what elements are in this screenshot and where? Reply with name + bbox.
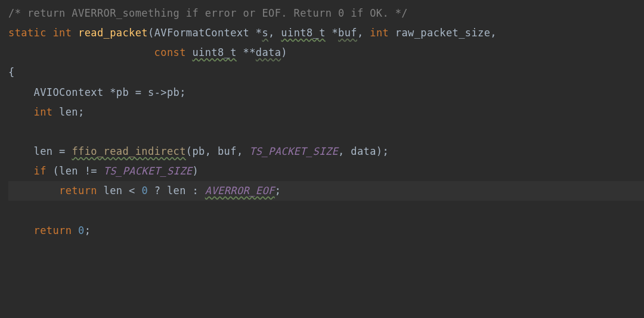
- code-line-blank[interactable]: [8, 201, 644, 220]
- pointer: *: [326, 27, 338, 39]
- keyword-int: int: [34, 106, 60, 118]
- code-line[interactable]: AVIOContext *pb = s->pb;: [8, 83, 644, 102]
- keyword-return: return: [34, 225, 78, 236]
- indent: [8, 225, 34, 236]
- blank: [8, 204, 15, 216]
- constant-warned: AVERROR_EOF: [205, 185, 275, 197]
- indent: [8, 46, 154, 58]
- variable: pb: [116, 86, 135, 98]
- keyword-const: const: [154, 46, 193, 58]
- operator: ?: [148, 185, 167, 197]
- variable: len: [59, 106, 78, 118]
- semicolon: ;: [78, 106, 85, 118]
- code-line-blank[interactable]: [8, 122, 644, 142]
- function-call-warned: ffio_read_indirect: [72, 145, 185, 157]
- code-line[interactable]: if (len != TS_PACKET_SIZE): [8, 161, 644, 181]
- semicolon: ;: [275, 185, 281, 197]
- keyword-static: static: [8, 27, 52, 39]
- type-warned: uint8_t: [281, 27, 325, 39]
- indent: [8, 185, 59, 197]
- type: AVIOContext: [34, 86, 110, 98]
- code-line[interactable]: {: [8, 63, 644, 82]
- keyword-int: int: [52, 27, 78, 39]
- semicolon: ;: [179, 86, 186, 98]
- semicolon: ;: [383, 145, 389, 157]
- paren: ): [281, 46, 287, 58]
- number-literal: 0: [141, 185, 148, 197]
- code-line[interactable]: len = ffio_read_indirect(pb, buf, TS_PAC…: [8, 142, 644, 161]
- variable: len: [167, 185, 193, 197]
- param: raw_packet_size: [395, 27, 491, 39]
- operator: =: [135, 86, 148, 98]
- keyword-if: if: [34, 165, 53, 177]
- comma: ,: [357, 27, 370, 39]
- pointer: **: [237, 46, 256, 58]
- code-editor[interactable]: /* return AVERROR_something if error or …: [8, 4, 644, 241]
- paren: (: [52, 165, 59, 177]
- args: (pb, buf,: [186, 145, 249, 157]
- constant: TS_PACKET_SIZE: [104, 165, 193, 177]
- type: AVFormatContext: [154, 27, 256, 39]
- type-warned: uint8_t: [192, 46, 236, 58]
- comment: /* return AVERROR_something if error or …: [8, 7, 408, 19]
- pointer: *: [110, 86, 116, 98]
- code-line-highlighted[interactable]: return len < 0 ? len : AVERROR_EOF;: [8, 181, 644, 201]
- keyword-return: return: [59, 185, 103, 197]
- code-line[interactable]: return 0;: [8, 221, 644, 241]
- indent: [8, 86, 34, 98]
- operator: :: [192, 185, 205, 197]
- comma: ,: [490, 27, 497, 39]
- operator: !=: [85, 165, 104, 177]
- operator: =: [59, 145, 72, 157]
- indent: [8, 106, 34, 118]
- blank: [8, 126, 15, 138]
- param: data: [256, 46, 281, 58]
- variable: len: [104, 185, 129, 197]
- variable: len: [34, 145, 60, 157]
- keyword-int: int: [370, 27, 395, 39]
- variable: len: [59, 165, 85, 177]
- comma: ,: [268, 27, 281, 39]
- code-line[interactable]: int len;: [8, 102, 644, 122]
- indent: [8, 145, 34, 157]
- code-line[interactable]: /* return AVERROR_something if error or …: [8, 4, 644, 23]
- args: , data): [338, 145, 382, 157]
- code-line[interactable]: static int read_packet(AVFormatContext *…: [8, 23, 644, 43]
- paren: (: [148, 27, 154, 39]
- paren: ): [192, 165, 199, 177]
- param: buf: [338, 27, 357, 39]
- constant: TS_PACKET_SIZE: [249, 145, 338, 157]
- param: s: [262, 27, 268, 39]
- brace: {: [8, 66, 15, 78]
- expression: s->pb: [148, 86, 179, 98]
- operator: <: [129, 185, 141, 197]
- indent: [8, 165, 34, 177]
- code-line[interactable]: const uint8_t **data): [8, 43, 644, 63]
- function-name: read_packet: [78, 27, 148, 39]
- number-literal: 0: [78, 225, 85, 236]
- semicolon: ;: [85, 225, 91, 236]
- pointer: *: [256, 27, 262, 39]
